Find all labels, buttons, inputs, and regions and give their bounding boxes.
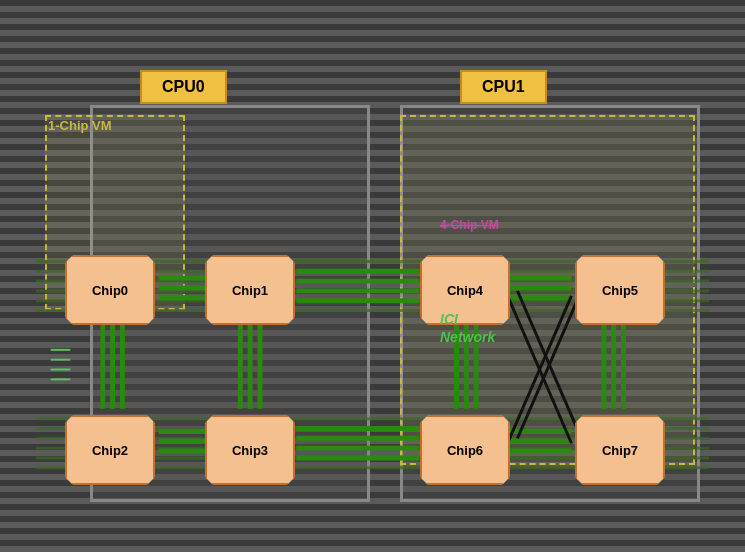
vm-label: 1-Chip VM — [48, 118, 112, 133]
cpu1-label: CPU1 — [460, 70, 547, 104]
fourchip-label: 4-Chip VM — [440, 218, 499, 232]
chip5: Chip5 — [575, 255, 665, 325]
cpu0-label: CPU0 — [140, 70, 227, 104]
chip1: Chip1 — [205, 255, 295, 325]
chip0: Chip0 — [65, 255, 155, 325]
ici-network-label: ICINetwork — [440, 310, 495, 346]
chip7: Chip7 — [575, 415, 665, 485]
chip2: Chip2 — [65, 415, 155, 485]
chip6: Chip6 — [420, 415, 510, 485]
chip3: Chip3 — [205, 415, 295, 485]
main-diagram-area: CPU0 CPU1 1-Chip VM 4-Chip VM ICINetwork — [30, 60, 715, 512]
